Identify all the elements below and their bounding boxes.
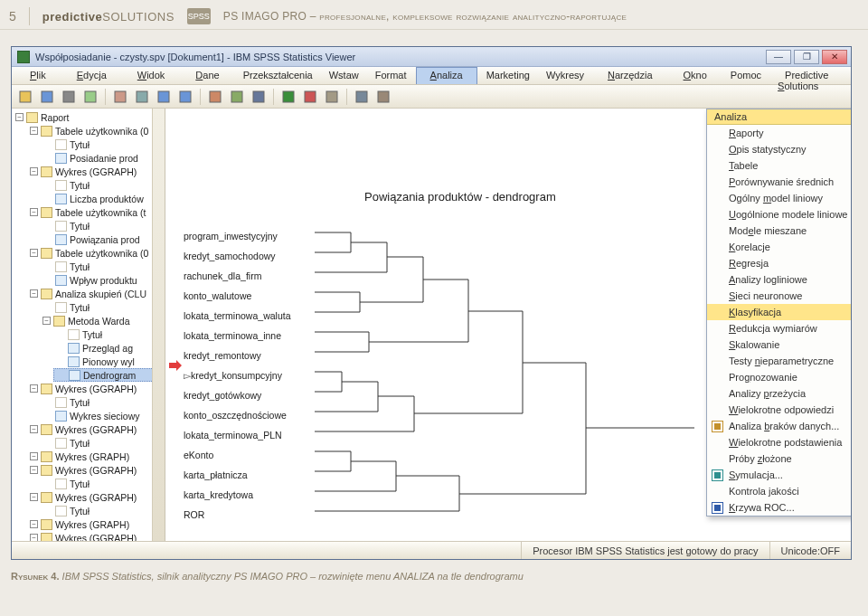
- analiza-item-testy-nieparametryczne[interactable]: Testy nieparametryczne: [707, 353, 851, 369]
- analiza-item-raporty[interactable]: Raporty: [707, 125, 851, 141]
- preview-icon[interactable]: [80, 88, 100, 106]
- analiza-menu[interactable]: Analiza RaportyOpis statystycznyTabelePo…: [706, 109, 851, 516]
- menu-pomoc[interactable]: Pomoc: [723, 67, 769, 84]
- analiza-item-skalowanie[interactable]: Skalowanie: [707, 336, 851, 353]
- tree-item[interactable]: Tytuł: [41, 137, 165, 151]
- tree-root[interactable]: −Raport: [14, 110, 165, 124]
- tree-item[interactable]: Tytuł: [41, 300, 165, 314]
- tree-item[interactable]: Powiązania prod: [41, 232, 165, 246]
- menu-format[interactable]: Format: [368, 67, 414, 84]
- tree-item[interactable]: Tytuł: [41, 178, 165, 192]
- undo-icon[interactable]: [154, 88, 174, 106]
- analiza-item-kontrola-jakości[interactable]: Kontrola jakości: [707, 483, 851, 499]
- recall-icon[interactable]: [132, 88, 152, 106]
- tree-item[interactable]: Dendrogram: [53, 368, 165, 382]
- analiza-item-opis-statystyczny[interactable]: Opis statystyczny: [707, 141, 851, 157]
- analiza-item-sieci-neuronowe[interactable]: Sieci neuronowe: [707, 288, 851, 304]
- tree-item[interactable]: Liczba produktów: [41, 192, 165, 205]
- analiza-item-ogólny-model-liniowy[interactable]: Ogólny model liniowy: [707, 190, 851, 206]
- menubar[interactable]: PlikEdycjaWidokDanePrzekształceniaWstawF…: [12, 67, 851, 85]
- tree-item[interactable]: −Wykres (GGRAPH): [28, 422, 165, 436]
- open-icon[interactable]: [15, 88, 35, 106]
- tree-item[interactable]: Wpływ produktu: [41, 273, 165, 287]
- menu-okno[interactable]: Okno: [669, 67, 722, 84]
- tree-item[interactable]: −Wykres (GRAPH): [28, 450, 165, 463]
- analiza-item-wielokrotne-odpowiedzi[interactable]: Wielokrotne odpowiedzi: [707, 402, 851, 418]
- analiza-item-próby-złożone[interactable]: Próby złożone: [707, 450, 851, 467]
- analiza-item-regresja[interactable]: Regresja: [707, 255, 851, 271]
- print-icon[interactable]: [59, 88, 79, 106]
- menu-widok[interactable]: Widok: [123, 67, 180, 84]
- analiza-item-prognozowanie[interactable]: Prognozowanie: [707, 369, 851, 385]
- tree-item[interactable]: Tytuł: [41, 260, 165, 273]
- variables-icon[interactable]: [249, 88, 269, 106]
- output-canvas[interactable]: Powiązania produktów - dendrogram progra…: [165, 109, 851, 541]
- analiza-item-porównywanie-średnich[interactable]: Porównywanie średnich: [707, 174, 851, 190]
- menu-analiza[interactable]: Analiza: [416, 67, 477, 84]
- tree-item[interactable]: Wykres sieciowy: [41, 409, 165, 422]
- tree-item[interactable]: −Tabele użytkownika (t: [28, 205, 165, 219]
- analiza-item-redukcja-wymiarów[interactable]: Redukcja wymiarów: [707, 320, 851, 336]
- menu-plik[interactable]: Plik: [15, 67, 61, 84]
- tree-item[interactable]: Tytuł: [41, 219, 165, 232]
- tree-item[interactable]: −Wykres (GGRAPH): [28, 490, 165, 504]
- analiza-item-modele-mieszane[interactable]: Modele mieszane: [707, 223, 851, 239]
- analiza-item-analiza-braków-danych[interactable]: Analiza braków danych...: [707, 418, 851, 434]
- tree-item[interactable]: −Wykres (GGRAPH): [28, 531, 165, 541]
- tree-item[interactable]: −Metoda Warda: [41, 314, 165, 327]
- dendrogram-leaf-label: konto_walutowe: [184, 286, 290, 306]
- tree-item[interactable]: Tytuł: [53, 327, 165, 341]
- redo-icon[interactable]: [175, 88, 195, 106]
- svg-rect-9: [231, 91, 242, 102]
- toolbar[interactable]: [12, 85, 851, 109]
- analiza-item-klasyfikacja[interactable]: Klasyfikacja: [707, 304, 851, 320]
- tree-item[interactable]: −Wykres (GRAPH): [28, 517, 165, 531]
- maximize-button[interactable]: ❐: [794, 50, 819, 64]
- menu-edycja[interactable]: Edycja: [62, 67, 121, 84]
- analiza-item-krzywa-roc[interactable]: Krzywa ROC...: [707, 499, 851, 516]
- menu-marketing[interactable]: Marketing: [479, 67, 537, 84]
- menu-predictive-solutions[interactable]: Predictive Solutions: [770, 67, 847, 84]
- analiza-item-uogólnione-modele-liniowe[interactable]: Uogólnione modele liniowe: [707, 206, 851, 223]
- tree-item[interactable]: Tytuł: [41, 477, 165, 490]
- layers-icon[interactable]: [373, 88, 393, 106]
- tree-item[interactable]: −Wykres (GGRAPH): [28, 463, 165, 477]
- tree-item[interactable]: Posiadanie prod: [41, 151, 165, 165]
- analiza-item-wielokrotne-podstawienia[interactable]: Wielokrotne podstawienia: [707, 434, 851, 450]
- export-icon[interactable]: [110, 88, 130, 106]
- goto-icon[interactable]: [205, 88, 225, 106]
- outline-pane[interactable]: −Raport−Tabele użytkownika (0TytułPosiad…: [12, 109, 165, 541]
- tree-item[interactable]: −Wykres (GGRAPH): [28, 382, 165, 395]
- close-button[interactable]: ✕: [822, 50, 847, 64]
- gotocase-icon[interactable]: [227, 88, 247, 106]
- save-icon[interactable]: [37, 88, 57, 106]
- chart-icon[interactable]: [300, 88, 320, 106]
- ps-icon[interactable]: [322, 88, 342, 106]
- tree-item[interactable]: Tytuł: [41, 504, 165, 517]
- menu-dane[interactable]: Dane: [181, 67, 233, 84]
- tree-item[interactable]: −Tabele użytkownika (0: [28, 124, 165, 137]
- tree-item[interactable]: −Tabele użytkownika (0: [28, 246, 165, 260]
- tree-item[interactable]: −Wykres (GGRAPH): [28, 165, 165, 178]
- titlebar[interactable]: Współposiadanie - czysty.spv [Dokument1]…: [12, 47, 851, 67]
- tree-item[interactable]: Pionowy wyl: [53, 355, 165, 368]
- tree-item[interactable]: Tytuł: [41, 436, 165, 450]
- analiza-item-tabele[interactable]: Tabele: [707, 157, 851, 174]
- menu-wykresy[interactable]: Wykresy: [539, 67, 591, 84]
- analiza-item-analizy-logliniowe[interactable]: Analizy logliniowe: [707, 271, 851, 288]
- svg-rect-6: [158, 91, 169, 102]
- analiza-item-analizy-przeżycia[interactable]: Analizy przeżycia: [707, 385, 851, 402]
- tree-item[interactable]: Tytuł: [41, 395, 165, 409]
- outline-scrollbar[interactable]: [152, 109, 165, 541]
- menu-wstaw[interactable]: Wstaw: [322, 67, 366, 84]
- menu-narzędzia[interactable]: Narzędzia: [593, 67, 667, 84]
- run-icon[interactable]: [278, 88, 298, 106]
- analiza-item-symulacja[interactable]: Symulacja...: [707, 467, 851, 483]
- select-icon[interactable]: [352, 88, 372, 106]
- tree-item[interactable]: −Analiza skupień (CLU: [28, 287, 165, 300]
- menu-przekształcenia[interactable]: Przekształcenia: [236, 67, 320, 84]
- minimize-button[interactable]: —: [766, 50, 791, 64]
- dendrogram-leaf-label: lokata_terminowa_waluta: [184, 306, 290, 326]
- tree-item[interactable]: Przegląd ag: [53, 341, 165, 355]
- analiza-item-korelacje[interactable]: Korelacje: [707, 239, 851, 255]
